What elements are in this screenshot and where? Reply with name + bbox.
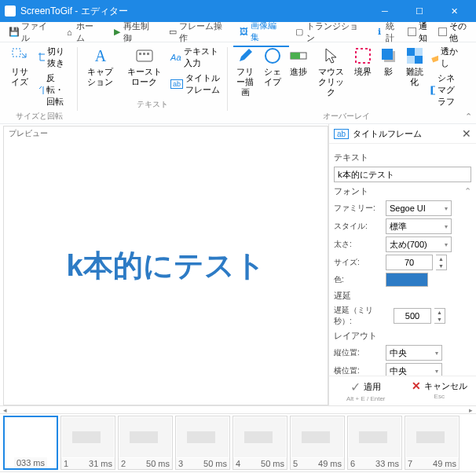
frame-thumb[interactable]: 450 ms	[233, 416, 287, 470]
group-text-label: テキスト	[137, 97, 168, 112]
shape-button[interactable]: シェイプ	[260, 44, 285, 90]
weight-label: 太さ:	[334, 239, 383, 250]
pencil-icon	[236, 46, 254, 65]
timeline[interactable]: 033 ms131 ms250 ms350 ms450 ms549 ms633 …	[0, 413, 476, 471]
close-button[interactable]: ✕	[437, 0, 471, 22]
svg-rect-4	[147, 53, 149, 55]
resize-button[interactable]: リサイズ	[5, 44, 35, 90]
menu-frame[interactable]: ▭フレーム操作	[162, 18, 233, 46]
frame-thumb[interactable]: 033 ms	[3, 416, 58, 470]
cinemagraph-button[interactable]: シネマグラフ	[428, 71, 462, 109]
delay-spinner[interactable]: ▲▼	[434, 308, 445, 324]
menu-home[interactable]: ⌂ホーム	[59, 18, 107, 46]
shadow-icon	[379, 46, 398, 65]
border-button[interactable]: 境界	[350, 44, 375, 79]
style-select[interactable]: 標準▾	[386, 218, 452, 234]
freedraw-button[interactable]: フリー描画	[231, 44, 260, 101]
window-title: ScreenToGif - エディター	[20, 5, 368, 18]
svg-rect-12	[415, 56, 423, 64]
crop-button[interactable]: 切り抜き	[35, 44, 74, 71]
svg-point-5	[265, 49, 280, 63]
family-select[interactable]: Segoe UI▾	[386, 200, 452, 216]
svg-rect-15	[431, 55, 438, 62]
size-label: サイズ:	[334, 257, 383, 268]
mouseclick-button[interactable]: マウスクリック	[312, 44, 349, 101]
erase-icon	[430, 52, 438, 63]
caption-icon: A	[91, 46, 110, 65]
svg-rect-13	[415, 48, 423, 56]
size-spinner[interactable]: ▲▼	[436, 255, 447, 270]
notify-label: 通知	[419, 20, 434, 44]
progress-button[interactable]: 進捗	[286, 44, 311, 79]
transition-icon: ▢	[295, 28, 304, 37]
shape-icon	[263, 46, 282, 65]
menu-file[interactable]: 💾ファイル	[3, 18, 59, 46]
keystroke-button[interactable]: キーストローク	[122, 44, 167, 90]
hscroll-left[interactable]: ◂	[3, 406, 7, 414]
cursor-icon	[321, 46, 340, 65]
textinput-icon: Aa	[170, 53, 181, 62]
other-checkbox[interactable]	[438, 28, 446, 36]
app-icon	[5, 6, 16, 16]
delay-input[interactable]	[394, 308, 431, 324]
cancel-button[interactable]: ✕キャンセル Esc	[403, 376, 477, 405]
section-font[interactable]: フォント⌃	[334, 185, 471, 197]
frame-thumb[interactable]: 131 ms	[60, 416, 115, 470]
style-label: スタイル:	[334, 221, 383, 232]
h-select[interactable]: 中央▾	[386, 363, 442, 376]
hscroll-right[interactable]: ▸	[469, 406, 473, 414]
titleframe-icon: ab	[334, 129, 349, 139]
delay-label: 遅延（ミリ秒）:	[334, 305, 390, 327]
section-layout: レイアウト	[334, 330, 471, 342]
ribbon-collapse[interactable]: ⌃	[463, 110, 473, 123]
size-input[interactable]	[386, 255, 433, 270]
shadow-button[interactable]: 影	[376, 44, 401, 79]
menu-stats[interactable]: ℹ統計	[368, 18, 408, 46]
svg-rect-2	[139, 53, 141, 55]
check-icon: ✓	[350, 380, 361, 394]
panel-close-button[interactable]: ✕	[462, 127, 471, 140]
svg-rect-10	[382, 49, 393, 60]
resize-icon	[10, 46, 29, 65]
caption-button[interactable]: Aキャプション	[80, 44, 121, 90]
menu-transition[interactable]: ▢トランジション	[289, 18, 368, 46]
group-size-label: サイズと回転	[16, 109, 63, 123]
menu-playback[interactable]: ▶再生制御	[106, 18, 162, 46]
preview-tag: プレビュー	[9, 128, 48, 139]
ribbon: リサイズ 切り抜き 反転・回転 サイズと回転 Aキャプション キーストローク A…	[0, 42, 476, 124]
apply-button[interactable]: ✓適用 Alt + E / Enter	[329, 376, 403, 405]
svg-rect-8	[356, 49, 370, 63]
side-panel: ab タイトルフレーム ✕ テキスト フォント⌃ ファミリー:Segoe UI▾…	[328, 124, 476, 405]
flip-button[interactable]: 反転・回転	[35, 71, 74, 109]
textinput-button[interactable]: Aaテキスト入力	[168, 44, 224, 71]
text-input[interactable]	[334, 167, 471, 182]
film-icon	[430, 85, 435, 96]
erase-button[interactable]: 透かし	[428, 44, 462, 71]
color-swatch[interactable]	[386, 273, 428, 287]
notify-checkbox[interactable]	[408, 28, 416, 36]
menu-image[interactable]: 🖼画像編集	[233, 17, 289, 47]
svg-rect-17	[431, 86, 433, 94]
titleframe-button[interactable]: abタイトルフレーム	[168, 71, 224, 97]
section-text: テキスト	[334, 152, 471, 163]
svg-rect-14	[407, 56, 415, 64]
obfuscate-button[interactable]: 難読化	[402, 44, 427, 90]
frame-thumb[interactable]: 749 ms	[405, 416, 460, 470]
frame-thumb[interactable]: 549 ms	[290, 416, 345, 470]
frame-thumb[interactable]: 250 ms	[118, 416, 173, 470]
home-icon: ⌂	[65, 28, 74, 37]
flip-icon	[38, 85, 44, 96]
border-icon	[353, 46, 372, 65]
svg-rect-0	[13, 49, 20, 57]
svg-rect-3	[143, 53, 145, 55]
preview-area: プレビュー k本的にテスト	[3, 126, 328, 405]
menu-bar: 💾ファイル ⌂ホーム ▶再生制御 ▭フレーム操作 🖼画像編集 ▢トランジション …	[0, 22, 476, 42]
frame-thumb[interactable]: 633 ms	[347, 416, 402, 470]
v-select[interactable]: 中央▾	[386, 345, 442, 361]
h-label: 横位置:	[334, 365, 383, 376]
svg-rect-7	[291, 53, 300, 59]
frame-thumb[interactable]: 350 ms	[175, 416, 230, 470]
weight-select[interactable]: 太め(700)▾	[386, 236, 452, 252]
image-icon: 🖼	[240, 27, 248, 36]
save-icon: 💾	[9, 28, 19, 37]
